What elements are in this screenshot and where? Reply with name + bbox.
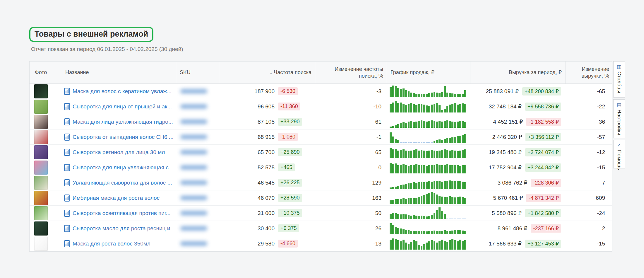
revenue-value: 2 446 320 ₽ bbox=[492, 134, 522, 140]
search-frequency-change-pct: 50 bbox=[315, 206, 387, 221]
product-name-link[interactable]: Сыворотка осветляющая против пиг... bbox=[73, 210, 170, 216]
revenue-delta-badge: -237 166 ₽ bbox=[531, 224, 561, 233]
header-search-frequency[interactable]: ↓ Частота поиска bbox=[220, 62, 315, 83]
chart-doc-icon bbox=[64, 210, 70, 217]
header-revenue-change[interactable]: Изменение выручки, % bbox=[565, 62, 613, 83]
header-sku[interactable]: SKU bbox=[176, 62, 220, 83]
search-frequency-delta-badge: +465 bbox=[278, 163, 295, 171]
product-name-link[interactable]: Имбирная маска для роста волос bbox=[73, 195, 160, 201]
product-name-link[interactable]: Увлажняющая сыворотка для волос ... bbox=[73, 180, 172, 186]
table-row: Сыворотка для лица увлажняющая с .. 52 5… bbox=[30, 160, 612, 175]
revenue-delta-badge: +48 200 834 ₽ bbox=[522, 87, 561, 95]
product-name-link[interactable]: Маска для волос с кератином увлаж... bbox=[73, 88, 172, 95]
chart-doc-icon bbox=[64, 103, 70, 110]
search-frequency-value: 96 605 bbox=[258, 103, 275, 110]
table-row: Увлажняющая сыворотка для волос ... 46 5… bbox=[30, 175, 612, 190]
sales-sparkline-chart bbox=[390, 131, 466, 143]
sku-value-blurred bbox=[180, 241, 207, 246]
revenue-value: 32 748 184 ₽ bbox=[489, 103, 521, 110]
sales-sparkline-chart bbox=[390, 177, 466, 189]
search-frequency-change-pct: 0 bbox=[315, 160, 387, 175]
header-name[interactable]: Название bbox=[62, 62, 176, 83]
revenue-value: 4 452 151 ₽ bbox=[493, 118, 523, 125]
search-frequency-delta-badge: -11 360 bbox=[278, 103, 300, 110]
product-photo[interactable] bbox=[34, 206, 48, 220]
header-revenue[interactable]: Выручка за период, ₽ bbox=[470, 62, 565, 83]
sku-value-blurred bbox=[180, 104, 207, 109]
product-photo[interactable] bbox=[34, 191, 48, 205]
chart-doc-icon bbox=[64, 240, 70, 247]
header-sales-chart: График продаж, ₽ bbox=[387, 62, 470, 83]
columns-icon: ▥ bbox=[617, 64, 621, 69]
revenue-value: 8 961 486 ₽ bbox=[498, 225, 527, 232]
search-frequency-value: 65 700 bbox=[258, 149, 275, 156]
report-period-subtitle: Отчет показан за период 06.01.2025 - 04.… bbox=[31, 46, 625, 52]
revenue-value: 3 086 762 ₽ bbox=[498, 179, 527, 186]
revenue-value: 25 883 091 ₽ bbox=[486, 88, 518, 95]
product-name-link[interactable]: Сыворотка для лица увлажняющая с .. bbox=[73, 164, 173, 171]
chart-doc-icon bbox=[64, 225, 70, 232]
sidebar-tab-columns[interactable]: ▥ Столбцы bbox=[613, 61, 625, 98]
product-photo[interactable] bbox=[34, 145, 48, 159]
search-frequency-change-pct: -3 bbox=[315, 84, 387, 99]
product-name-link[interactable]: Сыворотка от выпадения волос CH6 ... bbox=[73, 134, 174, 140]
sku-value-blurred bbox=[180, 211, 207, 215]
product-photo[interactable] bbox=[34, 100, 48, 114]
search-frequency-delta-badge: +25 890 bbox=[278, 148, 302, 156]
sku-value-blurred bbox=[180, 150, 207, 154]
chart-doc-icon bbox=[64, 149, 70, 156]
product-name-link[interactable]: Сыворотка ретинол для лица 30 мл bbox=[73, 149, 165, 156]
product-photo[interactable] bbox=[34, 176, 48, 190]
sku-value-blurred bbox=[180, 135, 207, 139]
product-photo[interactable] bbox=[34, 84, 48, 98]
table-row: Имбирная маска для роста волос 46 070 +2… bbox=[30, 190, 612, 206]
sales-sparkline-chart bbox=[390, 192, 466, 204]
search-frequency-change-pct: 61 bbox=[315, 114, 387, 129]
revenue-delta-badge: -4 871 342 ₽ bbox=[526, 194, 561, 202]
search-frequency-delta-badge: +10 375 bbox=[278, 209, 302, 217]
product-photo[interactable] bbox=[34, 221, 48, 236]
search-frequency-change-pct: 129 bbox=[315, 175, 387, 190]
sales-sparkline-chart bbox=[390, 101, 466, 112]
search-frequency-delta-badge: +33 290 bbox=[278, 118, 302, 126]
search-frequency-change-pct: -10 bbox=[315, 99, 387, 114]
chart-doc-icon bbox=[64, 134, 70, 141]
search-frequency-delta-badge: -6 530 bbox=[278, 87, 298, 95]
revenue-change-pct: -15 bbox=[565, 160, 613, 175]
sidebar-tab-settings[interactable]: ▤ Настройки bbox=[613, 99, 625, 138]
table-row: Маска для волос с кератином увлаж... 187… bbox=[30, 84, 612, 99]
chart-doc-icon bbox=[64, 118, 70, 125]
report-page: Товары с внешней рекламой Отчет показан … bbox=[29, 27, 625, 252]
sku-value-blurred bbox=[180, 165, 207, 170]
revenue-delta-badge: -1 182 558 ₽ bbox=[526, 118, 561, 126]
sku-value-blurred bbox=[180, 196, 207, 200]
revenue-value: 17 752 904 ₽ bbox=[489, 164, 521, 171]
search-frequency-change-pct: 26 bbox=[315, 221, 387, 236]
chart-doc-icon bbox=[64, 179, 70, 186]
products-table: Фото Название SKU ↓ Частота поиска Измен… bbox=[29, 61, 612, 252]
revenue-change-pct: -22 bbox=[565, 99, 613, 114]
search-frequency-delta-badge: +6 375 bbox=[278, 224, 299, 232]
sidebar-tab-help[interactable]: ✓ Помощь bbox=[613, 140, 625, 168]
search-frequency-value: 46 545 bbox=[258, 180, 275, 186]
product-photo[interactable] bbox=[34, 115, 48, 129]
settings-icon: ▤ bbox=[617, 103, 621, 107]
chart-doc-icon bbox=[64, 195, 70, 202]
search-frequency-value: 31 000 bbox=[258, 210, 275, 216]
search-frequency-value: 30 400 bbox=[258, 225, 275, 232]
help-check-icon: ✓ bbox=[617, 143, 621, 148]
product-photo[interactable] bbox=[34, 130, 48, 144]
product-photo[interactable] bbox=[34, 237, 48, 251]
revenue-change-pct: -24 bbox=[565, 206, 613, 221]
header-search-frequency-change[interactable]: Изменение частоты поиска, % bbox=[315, 62, 387, 83]
product-name-link[interactable]: Сыворотка масло для роста ресниц и.. bbox=[73, 225, 173, 232]
search-frequency-change-pct: 163 bbox=[315, 190, 387, 205]
product-name-link[interactable]: Сыворотка для лица от прыщей и ак... bbox=[73, 103, 172, 110]
product-name-link[interactable]: Маска для лица увлажняющая гидро... bbox=[73, 119, 173, 125]
search-frequency-change-pct: 65 bbox=[315, 145, 387, 160]
table-row: Сыворотка осветляющая против пиг... 31 0… bbox=[30, 206, 612, 221]
product-name-link[interactable]: Маска для роста волос 350мл bbox=[73, 241, 150, 247]
search-frequency-change-pct: -1 bbox=[315, 129, 387, 144]
product-photo[interactable] bbox=[34, 161, 48, 175]
revenue-change-pct: 609 bbox=[565, 190, 613, 205]
